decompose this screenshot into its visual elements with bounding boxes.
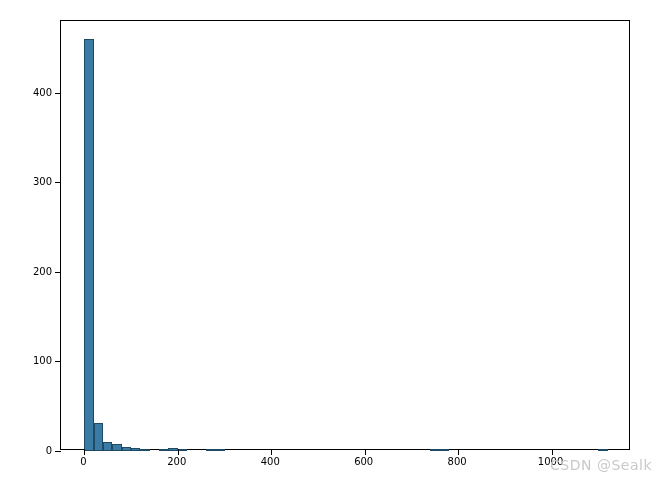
histogram-bar — [439, 449, 448, 451]
histogram-bar — [206, 449, 215, 451]
y-tick-label: 0 — [46, 445, 52, 456]
y-tick — [55, 272, 61, 273]
watermark-text: CSDN @Sealk — [550, 457, 652, 473]
y-tick — [55, 451, 61, 452]
histogram-bar — [215, 449, 224, 451]
histogram-bar — [84, 39, 93, 451]
x-tick — [458, 449, 459, 455]
histogram-bar — [178, 449, 187, 451]
plot-area — [60, 20, 630, 450]
x-tick — [365, 449, 366, 455]
y-tick-label: 400 — [33, 86, 52, 97]
x-tick-label: 1000 — [538, 456, 563, 467]
x-tick-label: 800 — [448, 456, 467, 467]
histogram-bar — [168, 448, 177, 451]
histogram-bar — [140, 449, 149, 451]
histogram-bar — [131, 448, 140, 451]
x-tick-label: 400 — [261, 456, 280, 467]
x-tick-label: 600 — [354, 456, 373, 467]
histogram-bar — [94, 423, 103, 451]
x-tick — [178, 449, 179, 455]
histogram-bar — [430, 449, 439, 451]
x-tick-label: 200 — [167, 456, 186, 467]
bars-layer — [61, 21, 631, 451]
x-tick-label: 0 — [80, 456, 86, 467]
y-tick — [55, 182, 61, 183]
histogram-bar — [122, 447, 131, 451]
x-tick — [552, 449, 553, 455]
histogram-chart: 0100200300400 02004006008001000 — [60, 20, 630, 450]
histogram-bar — [598, 449, 607, 451]
histogram-bar — [159, 449, 168, 451]
y-tick — [55, 361, 61, 362]
y-tick — [55, 93, 61, 94]
histogram-bar — [112, 444, 121, 451]
histogram-bar — [103, 442, 112, 451]
y-tick-label: 300 — [33, 176, 52, 187]
x-tick — [271, 449, 272, 455]
y-tick-label: 100 — [33, 355, 52, 366]
y-tick-label: 200 — [33, 265, 52, 276]
x-tick — [84, 449, 85, 455]
